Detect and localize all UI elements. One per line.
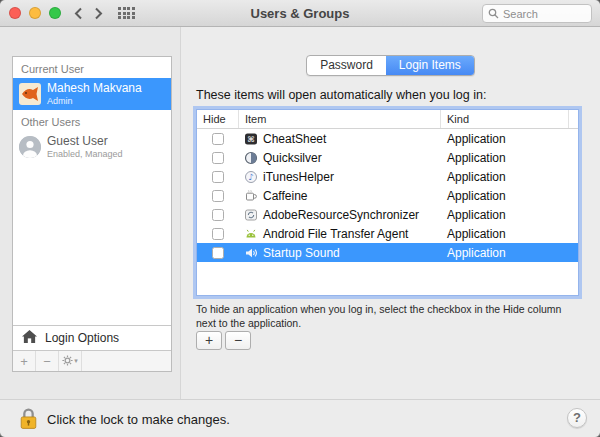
add-user-button[interactable]: + bbox=[13, 351, 36, 371]
home-icon bbox=[21, 329, 38, 347]
help-button[interactable]: ? bbox=[567, 408, 587, 428]
login-item-name: Quicksilver bbox=[263, 151, 322, 165]
login-item-name: Android File Transfer Agent bbox=[263, 227, 408, 241]
hide-checkbox[interactable] bbox=[212, 247, 224, 259]
login-item-name: Startup Sound bbox=[263, 246, 340, 260]
minimize-button[interactable] bbox=[29, 7, 41, 19]
column-header-item[interactable]: Item bbox=[239, 110, 441, 128]
table-row[interactable]: Quicksilver Application bbox=[197, 148, 578, 167]
login-item-kind: Application bbox=[441, 170, 578, 184]
footer-bar: Click the lock to make changes. ? bbox=[0, 399, 600, 437]
login-items-description: These items will open automatically when… bbox=[196, 88, 486, 102]
remove-login-item-button[interactable]: − bbox=[225, 331, 251, 350]
speaker-icon bbox=[244, 246, 258, 260]
svg-text:⌘: ⌘ bbox=[247, 135, 255, 144]
sync-arrows-icon bbox=[244, 208, 258, 222]
user-actions-button[interactable]: ▾ bbox=[59, 351, 82, 371]
login-options-label: Login Options bbox=[45, 331, 119, 345]
titlebar: Users & Groups bbox=[0, 0, 600, 27]
table-row[interactable]: Caffeine Application bbox=[197, 186, 578, 205]
hide-checkbox[interactable] bbox=[212, 133, 224, 145]
login-item-name: iTunesHelper bbox=[263, 170, 334, 184]
search-input[interactable] bbox=[503, 8, 586, 20]
current-user-label: Current User bbox=[13, 57, 171, 78]
tab-login-items[interactable]: Login Items bbox=[386, 56, 474, 75]
guest-user-status: Enabled, Managed bbox=[47, 149, 123, 159]
table-header: Hide Item Kind bbox=[197, 110, 578, 129]
sidebar-item-guest-user[interactable]: Guest User Enabled, Managed bbox=[13, 131, 171, 163]
add-login-item-button[interactable]: + bbox=[196, 331, 222, 350]
hide-checkbox[interactable] bbox=[212, 209, 224, 221]
login-item-name: Caffeine bbox=[263, 189, 307, 203]
magnifier-icon bbox=[488, 5, 499, 23]
back-icon[interactable] bbox=[74, 7, 83, 20]
hide-checkbox[interactable] bbox=[212, 152, 224, 164]
hide-checkbox[interactable] bbox=[212, 190, 224, 202]
hide-checkbox[interactable] bbox=[212, 171, 224, 183]
users-groups-window: Users & Groups Current User Mahesh Makva… bbox=[0, 0, 600, 437]
hide-checkbox[interactable] bbox=[212, 228, 224, 240]
login-item-kind: Application bbox=[441, 189, 578, 203]
tab-password[interactable]: Password bbox=[307, 56, 386, 75]
login-item-kind: Application bbox=[441, 208, 578, 222]
quicksilver-icon bbox=[244, 151, 258, 165]
current-user-role: Admin bbox=[47, 96, 142, 106]
login-item-name: CheatSheet bbox=[263, 132, 326, 146]
table-row[interactable]: ♪ iTunesHelper Application bbox=[197, 167, 578, 186]
svg-text:♪: ♪ bbox=[248, 172, 253, 182]
login-item-name: AdobeResourceSynchronizer bbox=[263, 208, 419, 222]
show-all-grid-icon[interactable] bbox=[118, 7, 135, 19]
table-row[interactable]: Android File Transfer Agent Application bbox=[197, 224, 578, 243]
table-row-selected[interactable]: Startup Sound Application bbox=[197, 243, 578, 262]
guest-user-name: Guest User bbox=[47, 135, 123, 149]
user-list-sidebar: Current User Mahesh Makvana Admin Other … bbox=[12, 56, 172, 372]
sidebar-item-current-user[interactable]: Mahesh Makvana Admin bbox=[13, 78, 171, 110]
column-header-kind[interactable]: Kind bbox=[441, 110, 569, 128]
person-avatar-icon bbox=[19, 136, 41, 158]
login-item-kind: Application bbox=[441, 132, 578, 146]
table-row[interactable]: AdobeResourceSynchronizer Application bbox=[197, 205, 578, 224]
gear-icon bbox=[62, 354, 73, 369]
coffee-cup-icon bbox=[244, 189, 258, 203]
chevron-down-icon: ▾ bbox=[74, 357, 78, 365]
login-options-button[interactable]: Login Options bbox=[13, 325, 171, 350]
table-row[interactable]: ⌘ CheatSheet Application bbox=[197, 129, 578, 148]
forward-icon[interactable] bbox=[94, 7, 103, 20]
fish-avatar-icon bbox=[19, 83, 41, 105]
remove-user-button[interactable]: − bbox=[36, 351, 59, 371]
other-users-label: Other Users bbox=[13, 110, 171, 131]
lock-icon[interactable] bbox=[18, 406, 39, 435]
login-item-kind: Application bbox=[441, 246, 578, 260]
column-header-hide[interactable]: Hide bbox=[197, 110, 239, 128]
music-note-icon: ♪ bbox=[244, 170, 258, 184]
sidebar-toolbar: + − ▾ bbox=[13, 350, 171, 371]
current-user-name: Mahesh Makvana bbox=[47, 82, 142, 96]
tab-bar: Password Login Items bbox=[306, 55, 475, 76]
hide-hint-text: To hide an application when you log in, … bbox=[196, 302, 578, 330]
login-item-kind: Application bbox=[441, 151, 578, 165]
lock-message: Click the lock to make changes. bbox=[47, 411, 230, 426]
zoom-button[interactable] bbox=[49, 7, 61, 19]
android-icon bbox=[244, 227, 258, 241]
cheatsheet-icon: ⌘ bbox=[244, 132, 258, 146]
search-field[interactable] bbox=[482, 4, 592, 23]
login-items-table[interactable]: Hide Item Kind ⌘ CheatSheet Application … bbox=[196, 109, 579, 296]
close-button[interactable] bbox=[9, 7, 21, 19]
login-item-kind: Application bbox=[441, 227, 578, 241]
